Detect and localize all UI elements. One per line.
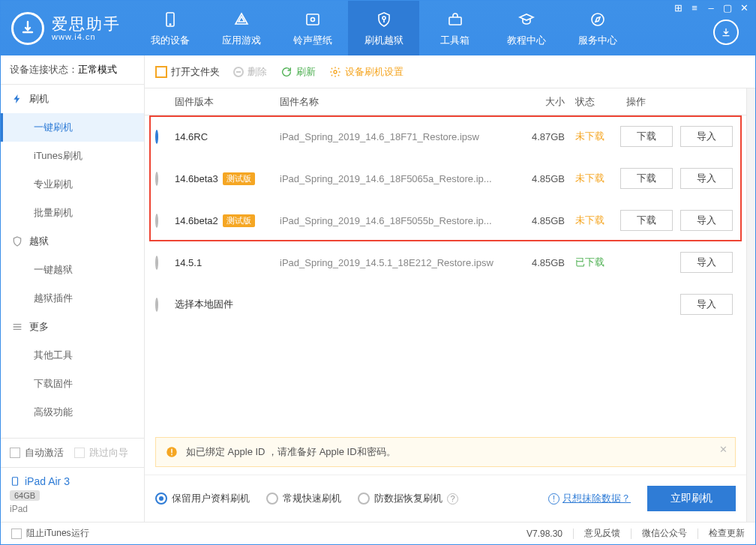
row-filename: iPad_Spring_2019_14.6_18F71_Restore.ipsw (280, 131, 517, 142)
nav-my-device[interactable]: 我的设备 (134, 1, 206, 55)
row-local-label: 选择本地固件 (175, 298, 280, 311)
delete-icon (233, 67, 244, 77)
download-manager-button[interactable] (713, 19, 739, 45)
sidebar-item-advanced[interactable]: 高级功能 (1, 398, 144, 427)
row-radio[interactable] (155, 214, 158, 228)
device-card[interactable]: iPad Air 3 64GB iPad (1, 467, 144, 522)
delete-button[interactable]: 删除 (233, 65, 267, 79)
sidebar-item-oneclick-jb[interactable]: 一键越狱 (1, 256, 144, 284)
nav-ringtone[interactable]: 铃声壁纸 (277, 1, 348, 55)
row-size: 4.85GB (517, 215, 565, 226)
beta-tag: 测试版 (223, 214, 255, 227)
firmware-table-body: 14.6RCiPad_Spring_2019_14.6_18F71_Restor… (145, 115, 746, 325)
nav-tutorials[interactable]: 教程中心 (490, 1, 562, 55)
app-subtitle: www.i4.cn (52, 32, 121, 41)
nav-service[interactable]: 服务中心 (562, 1, 633, 55)
apple-id-tip: 如已绑定 Apple ID ，请准备好 Apple ID和密码。 ✕ (155, 437, 736, 467)
sidebar-group-flash[interactable]: 刷机 (1, 85, 144, 113)
flash-settings-button[interactable]: 设备刷机设置 (329, 65, 404, 79)
sidebar-activation-row: 自动激活 跳过向导 (1, 438, 144, 467)
nav-flash-jailbreak[interactable]: 刷机越狱 (348, 1, 419, 55)
feedback-link[interactable]: 意见反馈 (584, 527, 620, 540)
row-radio[interactable] (155, 256, 158, 270)
opt-normal-flash[interactable]: 常规快速刷机 (266, 492, 341, 505)
download-button[interactable]: 下载 (620, 168, 673, 189)
download-button[interactable]: 下载 (620, 210, 673, 231)
erase-data-link[interactable]: 只想抹除数据？ (562, 492, 631, 505)
tip-close-button[interactable]: ✕ (719, 444, 728, 455)
download-button[interactable]: 下载 (620, 126, 673, 147)
import-button[interactable]: 导入 (680, 252, 733, 273)
scrollbar[interactable] (746, 88, 755, 522)
win-menu-icon[interactable]: ≡ (688, 1, 701, 14)
win-grid-icon[interactable]: ⊞ (671, 1, 685, 14)
skip-wizard-checkbox[interactable]: 跳过向导 (74, 446, 128, 460)
table-row[interactable]: 14.6beta3测试版iPad_Spring_2019_14.6_18F506… (145, 157, 746, 199)
info-icon: ! (548, 493, 560, 505)
row-radio[interactable] (155, 130, 158, 144)
sidebar-item-other-tools[interactable]: 其他工具 (1, 341, 144, 370)
th-status[interactable]: 状态 (565, 95, 614, 109)
win-maximize-icon[interactable]: ▢ (721, 1, 734, 14)
row-status: 未下载 (565, 214, 614, 227)
help-icon[interactable]: ? (447, 493, 458, 505)
device-storage-badge: 64GB (10, 490, 40, 501)
shield-key-icon (374, 10, 394, 29)
th-name[interactable]: 固件名称 (280, 95, 517, 109)
table-row[interactable]: 14.6RCiPad_Spring_2019_14.6_18F71_Restor… (145, 115, 746, 157)
sidebar-item-pro-flash[interactable]: 专业刷机 (1, 170, 144, 199)
nav-toolbox[interactable]: 工具箱 (419, 1, 490, 55)
sidebar-group-jailbreak[interactable]: 越狱 (1, 227, 144, 256)
import-button[interactable]: 导入 (680, 210, 733, 231)
opt-keep-data[interactable]: 保留用户资料刷机 (155, 492, 250, 505)
row-radio[interactable] (155, 172, 158, 186)
local-firmware-row[interactable]: 选择本地固件导入 (145, 283, 746, 325)
row-status: 未下载 (565, 172, 614, 185)
win-minimize-icon[interactable]: – (704, 1, 718, 14)
auto-activate-checkbox[interactable]: 自动激活 (10, 446, 64, 460)
th-version[interactable]: 固件版本 (175, 95, 280, 109)
sidebar-group-more[interactable]: 更多 (1, 313, 144, 341)
svg-point-3 (310, 17, 314, 21)
svg-point-4 (382, 16, 386, 19)
import-button[interactable]: 导入 (680, 168, 733, 189)
row-radio[interactable] (155, 298, 158, 312)
sidebar-item-download-fw[interactable]: 下载固件 (1, 370, 144, 398)
device-model: iPad (10, 504, 135, 514)
block-itunes-checkbox[interactable]: 阻止iTunes运行 (11, 527, 89, 540)
wechat-link[interactable]: 微信公众号 (642, 527, 687, 540)
table-row[interactable]: 14.6beta2测试版iPad_Spring_2019_14.6_18F505… (145, 199, 746, 241)
toolbox-icon (446, 10, 465, 29)
sidebar-item-itunes-flash[interactable]: iTunes刷机 (1, 142, 144, 170)
nav-apps[interactable]: 应用游戏 (206, 1, 277, 55)
import-button[interactable]: 导入 (680, 294, 733, 315)
logo-icon (11, 12, 44, 45)
th-size[interactable]: 大小 (517, 95, 565, 109)
check-update-link[interactable]: 检查更新 (709, 527, 745, 540)
gear-icon (329, 66, 341, 78)
import-button[interactable]: 导入 (680, 126, 733, 147)
flash-options-bar: 保留用户资料刷机 常规快速刷机 防数据恢复刷机? !只想抹除数据？ 立即刷机 (145, 475, 746, 522)
warning-icon (165, 445, 178, 459)
app-title: 爱思助手 (52, 15, 121, 32)
window-controls: ⊞ ≡ – ▢ ✕ (671, 1, 751, 14)
sidebar-item-jb-plugins[interactable]: 越狱插件 (1, 284, 144, 313)
open-folder-button[interactable]: 打开文件夹 (155, 65, 220, 79)
shield-icon (11, 235, 23, 247)
sidebar-item-oneclick-flash[interactable]: 一键刷机 (1, 113, 144, 142)
svg-rect-7 (13, 478, 18, 486)
version-label: V7.98.30 (526, 529, 562, 539)
opt-anti-recover[interactable]: 防数据恢复刷机? (358, 492, 458, 505)
row-filename: iPad_Spring_2019_14.6_18F5065a_Restore.i… (280, 173, 517, 184)
sidebar-item-batch-flash[interactable]: 批量刷机 (1, 199, 144, 227)
win-close-icon[interactable]: ✕ (737, 1, 751, 14)
refresh-button[interactable]: 刷新 (280, 65, 316, 79)
image-icon (303, 10, 322, 29)
tablet-icon (10, 476, 20, 487)
table-header: 固件版本 固件名称 大小 状态 操作 (145, 88, 746, 115)
row-version: 14.6beta2测试版 (175, 214, 280, 227)
row-version: 14.5.1 (175, 257, 280, 268)
flash-now-button[interactable]: 立即刷机 (647, 486, 736, 511)
table-row[interactable]: 14.5.1iPad_Spring_2019_14.5.1_18E212_Res… (145, 241, 746, 283)
toolbar: 打开文件夹 删除 刷新 设备刷机设置 (145, 55, 755, 88)
